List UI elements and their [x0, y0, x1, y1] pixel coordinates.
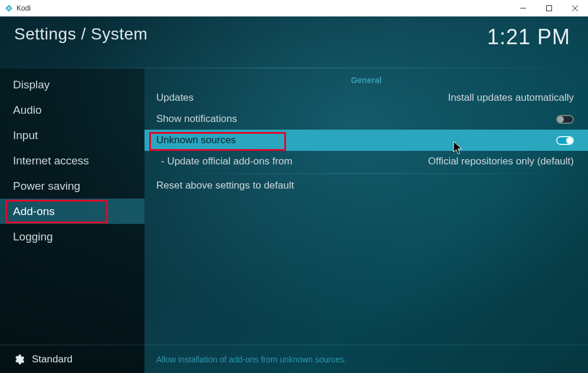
sidebar-item-audio[interactable]: Audio: [0, 97, 144, 123]
divider: [144, 173, 588, 174]
sidebar: Display Audio Input Internet access Powe…: [0, 68, 144, 373]
minimize-button[interactable]: [510, 0, 536, 16]
sidebar-item-label: Input: [13, 129, 38, 142]
sidebar-item-label: Audio: [13, 104, 42, 117]
svg-rect-0: [547, 5, 552, 11]
setting-hint-text: Allow installation of add-ons from unkno…: [156, 355, 346, 364]
setting-row-update-from[interactable]: - Update official add-ons from Official …: [144, 151, 588, 172]
setting-row-updates[interactable]: Updates Install updates automatically: [144, 87, 588, 108]
app-body: Settings / System 1:21 PM Display Audio …: [0, 16, 588, 373]
content: General Updates Install updates automati…: [144, 68, 588, 373]
toggle-on-icon[interactable]: [556, 136, 574, 145]
settings-level-label: Standard: [32, 354, 73, 365]
sidebar-item-add-ons[interactable]: Add-ons: [0, 199, 144, 224]
sidebar-item-label: Power saving: [13, 180, 80, 193]
app-header: Settings / System 1:21 PM: [0, 16, 588, 68]
setting-row-reset-defaults[interactable]: Reset above settings to default: [144, 175, 588, 196]
sidebar-item-internet[interactable]: Internet access: [0, 148, 144, 173]
setting-value: Official repositories only (default): [428, 156, 574, 167]
gear-icon: [13, 354, 25, 365]
sidebar-item-label: Display: [13, 78, 50, 91]
sidebar-item-label: Add-ons: [13, 205, 55, 218]
setting-label: - Update official add-ons from: [156, 156, 293, 167]
section-header: General: [144, 75, 588, 85]
page-title: Settings / System: [14, 25, 147, 68]
sidebar-item-label: Logging: [13, 230, 53, 243]
setting-hint: Allow installation of add-ons from unkno…: [144, 345, 588, 373]
setting-label: Show notifications: [156, 113, 237, 125]
sidebar-item-display[interactable]: Display: [0, 72, 144, 97]
close-button[interactable]: [562, 0, 588, 16]
settings-level-button[interactable]: Standard: [0, 345, 144, 373]
sidebar-item-power-saving[interactable]: Power saving: [0, 173, 144, 199]
window-titlebar: Kodi: [0, 0, 588, 16]
setting-row-unknown-sources[interactable]: Unknown sources: [144, 130, 588, 151]
setting-value: Install updates automatically: [448, 92, 574, 104]
setting-label: Updates: [156, 92, 193, 104]
kodi-logo-icon: [5, 4, 13, 12]
sidebar-item-input[interactable]: Input: [0, 123, 144, 148]
clock: 1:21 PM: [487, 25, 570, 68]
setting-row-show-notifications[interactable]: Show notifications: [144, 108, 588, 130]
maximize-button[interactable]: [536, 0, 562, 16]
toggle-off-icon[interactable]: [556, 115, 574, 124]
sidebar-item-label: Internet access: [13, 154, 89, 167]
setting-label: Unknown sources: [156, 134, 236, 146]
sidebar-item-logging[interactable]: Logging: [0, 224, 144, 249]
window-title: Kodi: [17, 4, 31, 12]
setting-label: Reset above settings to default: [156, 180, 294, 192]
